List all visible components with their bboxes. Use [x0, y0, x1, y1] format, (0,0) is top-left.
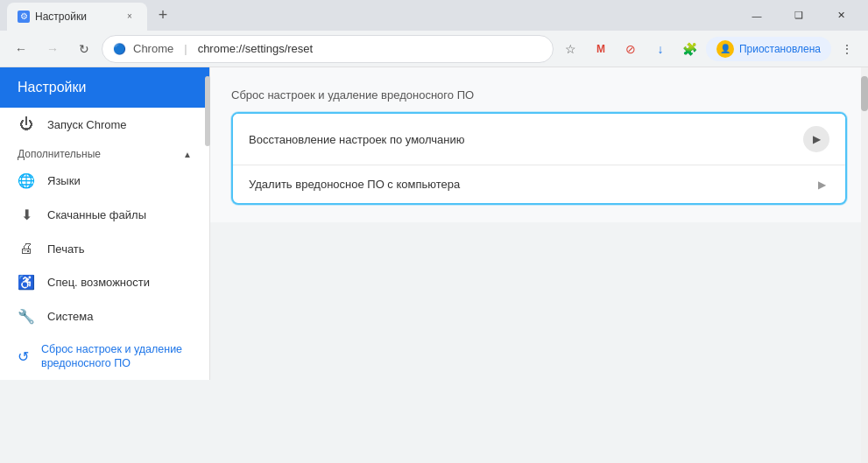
sidebar-wrapper: Настройки ⏻ Запуск Chrome Дополнительные…: [0, 67, 210, 463]
forward-button[interactable]: →: [39, 35, 67, 63]
settings-header: Настройки: [0, 67, 209, 108]
sidebar-item-startup[interactable]: ⏻ Запуск Chrome: [0, 108, 209, 141]
menu-button[interactable]: ⋮: [833, 35, 861, 63]
title-bar-controls: — ❑ ✕: [737, 0, 861, 31]
main-layout: Настройки ⏻ Запуск Chrome Дополнительные…: [0, 67, 868, 463]
sidebar-startup-label: Запуск Chrome: [47, 118, 127, 131]
accessibility-icon: ♿: [18, 274, 35, 291]
sidebar: Настройки ⏻ Запуск Chrome Дополнительные…: [0, 67, 210, 380]
profile-label: Приостановлена: [739, 43, 821, 55]
title-bar-left: Настройки × +: [7, 2, 175, 30]
minimize-button[interactable]: —: [737, 0, 777, 31]
downloads-label: Скачанные файлы: [47, 208, 146, 221]
power-icon: ⏻: [18, 116, 35, 132]
sidebar-item-print[interactable]: 🖨 Печать: [0, 232, 209, 265]
settings-card: Восстановление настроек по умолчанию ▶ У…: [231, 112, 847, 205]
sidebar-item-system[interactable]: 🔧 Система: [0, 299, 209, 333]
download-sidebar-icon: ⬇: [18, 207, 35, 223]
address-bar[interactable]: 🔵 Chrome | chrome://settings/reset: [102, 35, 554, 63]
print-label: Печать: [47, 242, 85, 256]
globe-icon: 🌐: [18, 172, 35, 189]
print-icon: 🖨: [18, 241, 35, 256]
section-title: Сброс настроек и удаление вредоносного П…: [231, 85, 847, 102]
download-button[interactable]: ↓: [646, 35, 674, 63]
address-separator: |: [184, 42, 187, 55]
settings-title: Настройки: [18, 80, 86, 95]
tab-favicon: [18, 11, 30, 23]
profile-button[interactable]: 👤 Приостановлена: [706, 37, 831, 61]
nav-actions: ☆ M ⊘ ↓ 🧩 👤 Приостановлена ⋮: [557, 35, 861, 63]
back-button[interactable]: ←: [7, 35, 35, 63]
content-scroll-track: [861, 67, 868, 463]
remove-malware-chevron: ▶: [818, 179, 826, 191]
gmail-button[interactable]: M: [587, 35, 615, 63]
content-scroll-thumb[interactable]: [861, 76, 868, 111]
sidebar-item-languages[interactable]: 🌐 Языки: [0, 164, 209, 198]
restore-defaults-label: Восстановление настроек по умолчанию: [249, 133, 465, 146]
content-area: Сброс настроек и удаление вредоносного П…: [210, 67, 868, 222]
restore-defaults-chevron[interactable]: ▶: [803, 126, 829, 152]
system-icon: 🔧: [18, 308, 35, 325]
content-wrapper: Сброс настроек и удаление вредоносного П…: [210, 67, 868, 463]
reset-icon: ↺: [18, 348, 29, 365]
address-path: chrome://settings/reset: [198, 42, 314, 55]
address-secure-icon: 🔵: [113, 43, 126, 55]
nav-bar: ← → ↻ 🔵 Chrome | chrome://settings/reset…: [0, 31, 868, 67]
advanced-label: Дополнительные: [18, 148, 101, 160]
new-tab-button[interactable]: +: [151, 4, 175, 28]
sidebar-item-accessibility[interactable]: ♿ Спец. возможности: [0, 265, 209, 299]
reload-button[interactable]: ↻: [70, 35, 98, 63]
address-brand: Chrome: [133, 42, 173, 55]
block-button[interactable]: ⊘: [617, 35, 645, 63]
tab-settings[interactable]: Настройки ×: [7, 3, 147, 31]
reset-label: Сброс настроек и удаление вредоносного П…: [41, 342, 192, 371]
collapse-icon[interactable]: ▲: [183, 150, 192, 159]
remove-malware-item[interactable]: Удалить вредоносное ПО с компьютера ▶: [233, 165, 845, 203]
accessibility-label: Спец. возможности: [47, 276, 150, 289]
sidebar-item-downloads[interactable]: ⬇ Скачанные файлы: [0, 198, 209, 232]
title-bar: Настройки × + — ❑ ✕: [0, 0, 868, 31]
maximize-button[interactable]: ❑: [779, 0, 819, 31]
profile-avatar: 👤: [716, 40, 734, 58]
sidebar-advanced-section: Дополнительные ▲: [0, 141, 209, 164]
languages-label: Языки: [47, 174, 81, 187]
system-label: Система: [47, 310, 93, 323]
bookmark-button[interactable]: ☆: [557, 35, 585, 63]
remove-malware-label: Удалить вредоносное ПО с компьютера: [249, 178, 460, 191]
restore-defaults-item[interactable]: Восстановление настроек по умолчанию ▶: [233, 114, 845, 165]
extensions-button[interactable]: 🧩: [676, 35, 704, 63]
tab-title: Настройки: [35, 11, 87, 23]
sidebar-item-reset[interactable]: ↺ Сброс настроек и удаление вредоносного…: [0, 333, 209, 380]
close-button[interactable]: ✕: [821, 0, 861, 31]
tab-close-button[interactable]: ×: [123, 10, 137, 24]
